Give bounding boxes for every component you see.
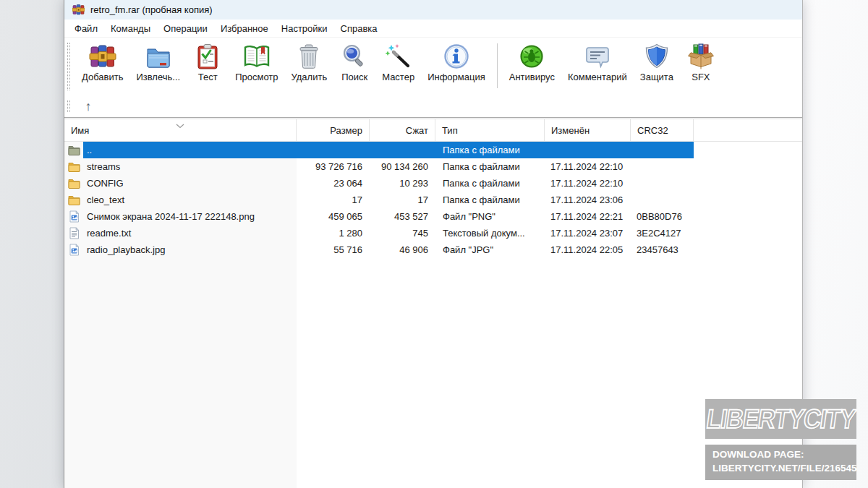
column-header-packed[interactable]: Сжат: [370, 119, 435, 141]
desktop: { "titlebar": { "title": "retro_fm.rar (…: [0, 0, 868, 488]
toolbar-grip[interactable]: [67, 43, 70, 90]
protect-button[interactable]: Защита: [634, 40, 680, 83]
file-type: Текстовый докум...: [435, 228, 545, 239]
file-name-cell: radio_playback.jpg: [64, 244, 297, 256]
file-packed-size: 90 134 260: [370, 161, 435, 172]
column-header-label: Тип: [442, 125, 458, 136]
file-modified: 17.11.2024 22:05: [545, 244, 631, 255]
file-modified: 17.11.2024 22:21: [545, 211, 631, 222]
extract-button-label: Извлечь...: [136, 72, 180, 82]
file-row[interactable]: cleo_text1717Папка с файлами17.11.2024 2…: [64, 192, 802, 208]
info-icon: [443, 43, 470, 70]
column-header-label: Имя: [71, 125, 89, 136]
menu-item-commands[interactable]: Команды: [104, 20, 157, 37]
file-packed-size: 46 906: [370, 244, 435, 255]
file-packed-size: 745: [370, 228, 435, 239]
toolbar: ДобавитьИзвлечь...ТестПросмотрУдалитьПои…: [64, 38, 802, 95]
protect-button-label: Защита: [640, 72, 673, 82]
menu-item-help[interactable]: Справка: [334, 20, 384, 37]
up-one-level-button[interactable]: ↑: [79, 98, 98, 115]
file-row[interactable]: ..Папка с файлами: [64, 142, 802, 158]
file-name: readme.txt: [85, 228, 131, 239]
menu-item-favorites[interactable]: Избранное: [214, 20, 275, 37]
menu-bar: ФайлКомандыОперацииИзбранноеНастройкиСпр…: [64, 20, 802, 38]
folder-icon: [68, 160, 80, 173]
image-file-icon: [68, 244, 80, 256]
extract-button[interactable]: Извлечь...: [129, 40, 187, 83]
info-button[interactable]: Информация: [421, 40, 492, 83]
menu-item-operations[interactable]: Операции: [157, 20, 214, 37]
file-row[interactable]: radio_playback.jpg55 71646 906Файл "JPG"…: [64, 241, 802, 258]
folder-icon: [68, 177, 80, 189]
sfx-button[interactable]: SFX: [680, 40, 722, 83]
column-header-modified[interactable]: Изменён: [545, 119, 631, 141]
delete-button[interactable]: Удалить: [285, 40, 334, 83]
menu-item-file[interactable]: Файл: [68, 20, 104, 37]
column-header-label: Размер: [330, 125, 362, 136]
wizard-icon: [385, 43, 412, 70]
folder-icon: [68, 194, 80, 206]
column-header-crc32[interactable]: CRC32: [631, 119, 694, 141]
text-file-icon: [68, 227, 80, 239]
test-icon: [194, 43, 221, 70]
protect-icon: [643, 43, 671, 70]
file-type: Папка с файлами: [435, 178, 545, 189]
file-row[interactable]: CONFIG23 06410 293Папка с файлами17.11.2…: [64, 175, 802, 192]
winrar-app-icon: [72, 4, 85, 16]
search-button[interactable]: Поиск: [333, 40, 375, 83]
file-size: 17: [297, 194, 370, 205]
delete-icon: [295, 43, 323, 70]
file-modified: 17.11.2024 23:07: [545, 228, 631, 239]
file-name-cell: streams: [64, 160, 297, 173]
file-type: Папка с файлами: [435, 161, 545, 172]
file-name: ..: [85, 145, 92, 155]
column-header-name[interactable]: Имя: [64, 119, 297, 141]
search-button-label: Поиск: [341, 72, 367, 82]
file-row[interactable]: readme.txt1 280745Текстовый докум...17.1…: [64, 225, 802, 241]
add-button[interactable]: Добавить: [75, 40, 129, 83]
file-rows: ..Папка с файламиstreams93 726 71690 134…: [64, 142, 802, 258]
file-row[interactable]: Снимок экрана 2024-11-17 222148.png459 0…: [64, 208, 802, 225]
file-name: radio_playback.jpg: [85, 244, 165, 255]
column-header-label: Изменён: [551, 125, 590, 136]
wizard-button[interactable]: Мастер: [375, 40, 421, 83]
file-name-cell: readme.txt: [64, 227, 297, 239]
file-packed-size: 17: [370, 194, 435, 205]
column-header-size[interactable]: Размер: [297, 119, 370, 141]
test-button-label: Тест: [198, 72, 218, 82]
file-row[interactable]: streams93 726 71690 134 260Папка с файла…: [64, 158, 802, 175]
libertycity-watermark: LIBERTYCITY DOWNLOAD PAGE: LIBERTYCITY.N…: [705, 399, 856, 480]
wizard-button-label: Мастер: [382, 72, 414, 82]
file-modified: 17.11.2024 23:06: [545, 194, 631, 205]
antivirus-icon: [518, 43, 545, 70]
sfx-button-label: SFX: [692, 72, 710, 82]
file-size: 55 716: [297, 244, 370, 255]
column-header-row: ИмяРазмерСжатТипИзменёнCRC32: [64, 119, 802, 142]
comment-icon: [584, 43, 611, 70]
file-list: ИмяРазмерСжатТипИзменёнCRC32 ..Папка с ф…: [64, 119, 802, 488]
extract-icon: [145, 43, 172, 70]
file-packed-size: 10 293: [370, 178, 435, 189]
file-size: 459 065: [297, 211, 370, 222]
comment-button-label: Комментарий: [568, 72, 627, 82]
test-button[interactable]: Тест: [187, 40, 229, 83]
image-file-icon: [68, 210, 80, 223]
sort-chevron-icon: [175, 120, 185, 125]
antivirus-button-label: Антивирус: [509, 72, 555, 82]
winrar-window: retro_fm.rar (пробная копия) ФайлКоманды…: [64, 0, 803, 488]
file-type: Папка с файлами: [435, 194, 545, 205]
delete-button-label: Удалить: [292, 72, 328, 82]
antivirus-button[interactable]: Антивирус: [503, 40, 561, 83]
file-name-cell: ..: [64, 144, 297, 156]
sfx-icon: [687, 43, 715, 70]
file-name: Снимок экрана 2024-11-17 222148.png: [85, 211, 255, 222]
view-button[interactable]: Просмотр: [229, 40, 284, 83]
menu-item-settings[interactable]: Настройки: [275, 20, 334, 37]
column-header-type[interactable]: Тип: [435, 119, 545, 141]
add-icon: [89, 43, 116, 70]
file-crc32: 0BB80D76: [631, 211, 694, 222]
titlebar: retro_fm.rar (пробная копия): [64, 0, 802, 20]
address-bar-grip[interactable]: [67, 100, 70, 112]
file-packed-size: 453 527: [370, 211, 435, 222]
comment-button[interactable]: Комментарий: [561, 40, 634, 83]
